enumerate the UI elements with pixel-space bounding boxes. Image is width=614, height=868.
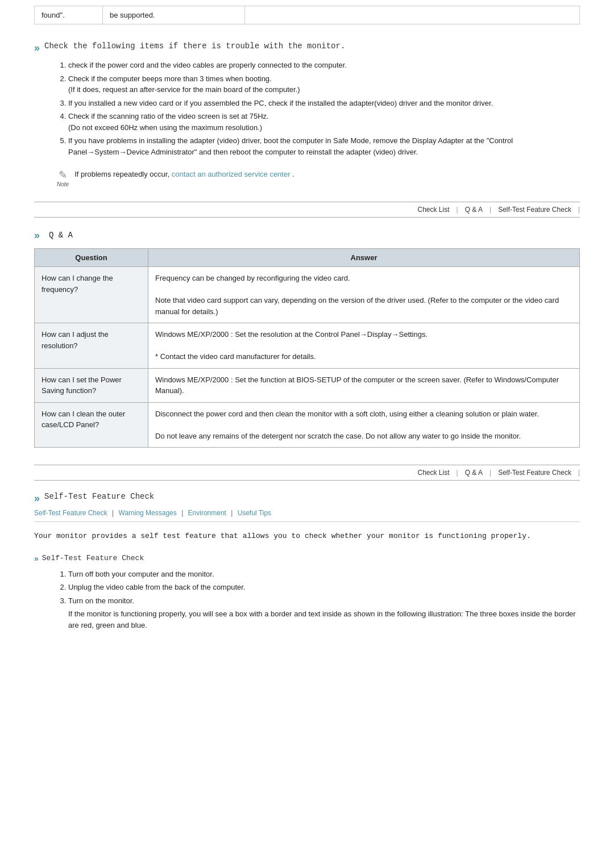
qa-answer-2: Windows ME/XP/2000 : Set the resolution …	[148, 323, 580, 369]
note-pencil-icon: ✎	[59, 169, 67, 181]
breadcrumb-useful-tips[interactable]: Useful Tips	[238, 509, 271, 517]
note-text: If problems repeatedly occur, contact an…	[74, 169, 294, 180]
sub-arrow-icon: »	[34, 554, 39, 563]
qa-row-2: How can I adjust the resolution? Windows…	[35, 323, 580, 369]
qa-row-1: How can I change the frequency? Frequenc…	[35, 267, 580, 323]
self-test-step-2: Unplug the video cable from the back of …	[68, 582, 580, 593]
check-item-4-sub: (Do not exceed 60Hz when using the maxim…	[68, 122, 580, 133]
nav-bar-2: Check List | Q & A | Self-Test Feature C…	[34, 465, 580, 481]
service-center-link[interactable]: contact an authorized service center	[172, 170, 291, 178]
check-item-1: check if the power cord and the video ca…	[68, 60, 580, 71]
qa-answer-3: Windows ME/XP/2000 : Set the function at…	[148, 368, 580, 402]
qa-row-3: How can I set the Power Saving function?…	[35, 368, 580, 402]
self-test-arrow-icon: »	[34, 493, 40, 504]
self-test-steps: Turn off both your computer and the moni…	[68, 569, 580, 631]
check-list: check if the power cord and the video ca…	[68, 60, 580, 157]
top-table: found". be supported.	[34, 6, 580, 24]
qa-answer-4: Disconnect the power cord and then clean…	[148, 402, 580, 448]
check-item-5: If you have problems in installing the a…	[68, 135, 580, 157]
check-section-title: Check the following items if there is tr…	[44, 41, 345, 51]
table-cell-supported: be supported.	[103, 6, 245, 24]
breadcrumb-selftest[interactable]: Self-Test Feature Check	[34, 509, 107, 517]
nav-qa-2[interactable]: Q & A	[458, 469, 489, 477]
nav-qa-1[interactable]: Q & A	[458, 206, 489, 214]
check-item-3: If you installed a new video card or if …	[68, 98, 580, 109]
nav-selftest-1[interactable]: Self-Test Feature Check	[491, 206, 578, 214]
qa-col-answer: Answer	[148, 249, 580, 267]
qa-arrow-icon: »	[34, 229, 40, 241]
qa-section-header: » Q & A	[34, 229, 580, 241]
note-box: ✎ Note If problems repeatedly occur, con…	[57, 166, 557, 190]
check-item-2-sub: (If it does, request an after-service fo…	[68, 84, 580, 95]
qa-col-question: Question	[35, 249, 148, 267]
section-arrow-icon: »	[34, 42, 40, 54]
self-test-step-3-continuation: If the monitor is functioning properly, …	[68, 608, 580, 631]
qa-question-2: How can I adjust the resolution?	[35, 323, 148, 369]
self-test-title: Self-Test Feature Check	[44, 492, 154, 501]
qa-table: Question Answer How can I change the fre…	[34, 248, 580, 448]
check-item-2: Check if the computer beeps more than 3 …	[68, 73, 580, 95]
table-cell-found: found".	[35, 6, 103, 24]
nav-bar-1: Check List | Q & A | Self-Test Feature C…	[34, 202, 580, 218]
qa-title: Q & A	[49, 231, 73, 240]
breadcrumb-warnings[interactable]: Warning Messages	[119, 509, 177, 517]
qa-question-4: How can I clean the outer case/LCD Panel…	[35, 402, 148, 448]
table-cell-empty	[245, 6, 580, 24]
sub-section-title: Self-Test Feature Check	[42, 554, 144, 562]
qa-answer-1: Frequency can be changed by reconfigurin…	[148, 267, 580, 323]
note-label: Note	[57, 181, 69, 187]
note-icon-wrap: ✎ Note	[57, 169, 69, 187]
check-section-header: » Check the following items if there is …	[34, 41, 580, 54]
sub-section-header: » Self-Test Feature Check	[34, 554, 580, 563]
self-test-header: » Self-Test Feature Check	[34, 492, 580, 504]
self-test-step-3: Turn on the monitor. If the monitor is f…	[68, 595, 580, 631]
qa-question-3: How can I set the Power Saving function?	[35, 368, 148, 402]
nav-checklist-2[interactable]: Check List	[411, 469, 457, 477]
breadcrumb: Self-Test Feature Check | Warning Messag…	[34, 509, 580, 522]
self-test-intro: Your monitor provides a self test featur…	[34, 531, 580, 542]
qa-question-1: How can I change the frequency?	[35, 267, 148, 323]
breadcrumb-environment[interactable]: Environment	[188, 509, 226, 517]
nav-selftest-2[interactable]: Self-Test Feature Check	[491, 469, 578, 477]
nav-checklist-1[interactable]: Check List	[411, 206, 457, 214]
check-item-4: Check if the scanning ratio of the video…	[68, 111, 580, 133]
qa-row-4: How can I clean the outer case/LCD Panel…	[35, 402, 580, 448]
self-test-step-1: Turn off both your computer and the moni…	[68, 569, 580, 580]
